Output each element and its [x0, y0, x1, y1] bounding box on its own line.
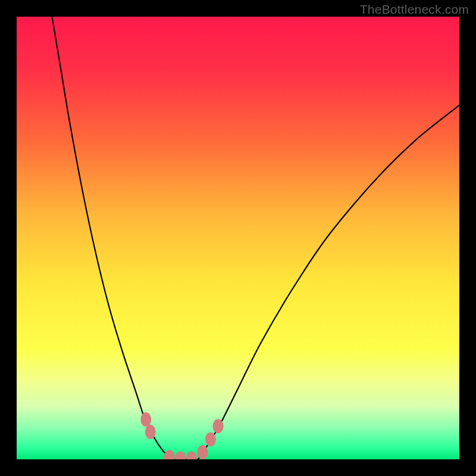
- curve-layer: [17, 17, 459, 459]
- data-marker: [175, 452, 186, 459]
- plot-area: [17, 17, 459, 459]
- data-marker: [145, 425, 156, 439]
- data-marker: [140, 412, 151, 427]
- watermark-text: TheBottleneck.com: [360, 2, 469, 17]
- data-marker: [205, 433, 216, 447]
- data-marker: [197, 445, 208, 459]
- chart-frame: TheBottleneck.com: [0, 0, 476, 476]
- bottleneck-curve: [52, 17, 459, 459]
- data-marker: [186, 452, 197, 459]
- data-marker: [164, 450, 175, 459]
- curve-markers: [140, 412, 223, 459]
- data-marker: [213, 419, 224, 433]
